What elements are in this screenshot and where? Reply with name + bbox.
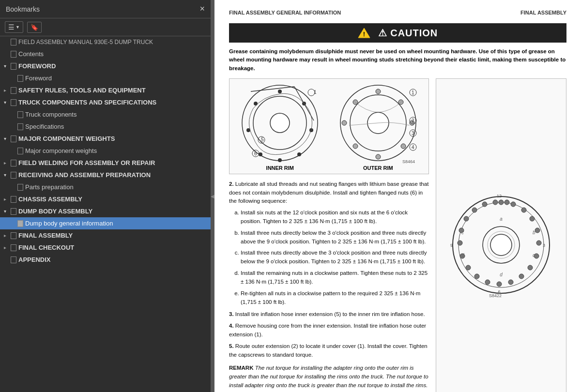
bookmark-flag-icon <box>11 136 16 142</box>
sidebar-item-foreword-child[interactable]: Foreword <box>0 72 211 84</box>
header-right: FINAL ASSEMBLY <box>520 10 566 15</box>
sidebar-item-label: Major component weights <box>25 147 97 154</box>
sidebar-item-specifications-child[interactable]: Specifications <box>0 121 211 133</box>
bookmark-flag-icon <box>11 244 16 251</box>
svg-text:b: b <box>533 230 535 235</box>
svg-point-65 <box>482 202 487 207</box>
caution-triangle-icon: ! <box>358 27 370 39</box>
svg-point-9 <box>297 152 301 156</box>
inner-rim-label: INNER RIM <box>266 165 294 171</box>
sidebar-item-major-weights-child[interactable]: Major component weights <box>0 145 211 157</box>
sidebar-item-major-weights-group[interactable]: ▾ MAJOR COMPONENT WEIGHTS <box>0 133 211 145</box>
sidebar-header: Bookmarks × <box>0 0 211 18</box>
sidebar-item-label: RECEIVING AND ASSEMBLY PREPARATION <box>18 171 151 179</box>
sidebar-item-label: MAJOR COMPONENT WEIGHTS <box>18 135 115 142</box>
sidebar-item-truck-components-group[interactable]: ▾ TRUCK COMPONENTS AND SPECIFICATIONS <box>0 96 211 108</box>
header-left: FINAL ASSEMBLY GENERAL INFORMATION <box>229 10 341 15</box>
sidebar-item-label: CHASSIS ASSEMBLY <box>18 196 82 203</box>
svg-point-51 <box>536 241 541 245</box>
sidebar-item-contents[interactable]: Contents <box>0 48 211 60</box>
sidebar-item-truck-components-child[interactable]: Truck components <box>0 108 211 121</box>
sidebar-item-label: FIELD ASSEMBLY MANUAL 930E-5 DUMP TRUCK <box>18 39 153 45</box>
sidebar-close-button[interactable]: × <box>199 4 205 14</box>
step2-text: 2. Lubricate all stud threads and nut se… <box>229 180 429 392</box>
svg-text:6: 6 <box>254 151 257 156</box>
svg-text:d: d <box>461 253 464 258</box>
sidebar-item-chassis[interactable]: ▸ CHASSIS ASSEMBLY <box>0 193 211 205</box>
expand-arrow-checkout: ▸ <box>4 245 11 250</box>
bookmark-flag-icon <box>17 111 23 118</box>
svg-text:c: c <box>533 253 535 258</box>
sidebar-item-parts-prep[interactable]: Parts preparation <box>0 181 211 193</box>
svg-point-10 <box>278 158 282 162</box>
svg-point-24 <box>376 89 381 94</box>
bookmark-flag-icon <box>17 75 23 82</box>
bookmark-flag-icon <box>11 160 16 166</box>
sidebar: Bookmarks × ☰ ▼ 🔖 FIELD ASSEMBLY MANUAL … <box>0 0 211 392</box>
list-dropdown-arrow: ▼ <box>15 25 20 30</box>
svg-point-47 <box>511 202 516 207</box>
svg-text:c: c <box>461 230 464 235</box>
bookmark-flag-icon <box>11 87 16 94</box>
svg-point-49 <box>530 216 535 221</box>
svg-point-66 <box>505 200 509 205</box>
bookmark-view-button[interactable]: 🔖 <box>27 22 42 33</box>
svg-point-63 <box>464 216 469 221</box>
svg-text:d: d <box>500 272 503 277</box>
step5: 5. Route outer extension (2) to locate i… <box>229 342 429 360</box>
sidebar-item-safety[interactable]: ▸ SAFETY RULES, TOOLS AND EQUIPMENT <box>0 84 211 96</box>
sidebar-item-field-welding[interactable]: ▸ FIELD WELDING FOR ASSEMBLY OR REPAIR <box>0 157 211 169</box>
bookmark-flag-icon <box>11 232 16 239</box>
svg-text:1: 1 <box>412 90 414 95</box>
step3: 3. Install tire inflation hose inner ext… <box>229 310 429 319</box>
sidebar-item-label: TRUCK COMPONENTS AND SPECIFICATIONS <box>18 99 156 106</box>
resize-handle[interactable] <box>211 0 214 392</box>
outer-rim-diagram: 1 4 2 3 S8464 <box>335 82 422 164</box>
expand-arrow-chassis: ▸ <box>4 196 11 202</box>
remark1: REMARK The nut torque for installing the… <box>229 364 429 390</box>
sidebar-item-foreword[interactable]: ▾ FOREWORD <box>0 60 211 72</box>
expand-arrow-welding: ▸ <box>4 160 11 166</box>
svg-point-59 <box>466 265 471 270</box>
sidebar-item-label: Parts preparation <box>25 183 74 191</box>
bookmark-flag-icon <box>11 208 16 215</box>
sidebar-toolbar: ☰ ▼ 🔖 <box>0 18 211 36</box>
main-content: FINAL ASSEMBLY GENERAL INFORMATION FINAL… <box>214 0 581 392</box>
svg-text:12: 12 <box>497 194 502 198</box>
list-view-button[interactable]: ☰ ▼ <box>5 21 23 33</box>
svg-text:a: a <box>500 216 503 222</box>
substep-b: Install three nuts directly below the 3 … <box>241 229 429 246</box>
sidebar-item-label: SAFETY RULES, TOOLS AND EQUIPMENT <box>18 87 146 94</box>
sidebar-item-receiving[interactable]: ▾ RECEIVING AND ASSEMBLY PREPARATION <box>0 169 211 181</box>
sidebar-item-label: Specifications <box>25 123 64 130</box>
bookmark-flag-icon <box>11 256 16 263</box>
sidebar-item-dump-body-assembly[interactable]: ▾ DUMP BODY ASSEMBLY <box>0 205 211 217</box>
page-header: FINAL ASSEMBLY GENERAL INFORMATION FINAL… <box>229 10 566 15</box>
svg-text:3: 3 <box>412 131 414 136</box>
expand-arrow-safety: ▸ <box>4 88 11 93</box>
bookmark-icon: 🔖 <box>31 24 38 31</box>
sidebar-item-field-assembly[interactable]: FIELD ASSEMBLY MANUAL 930E-5 DUMP TRUCK <box>0 36 211 48</box>
sidebar-item-label: APPENDIX <box>18 256 50 263</box>
expand-arrow-truck: ▾ <box>4 100 11 105</box>
svg-point-58 <box>474 274 479 279</box>
sidebar-content[interactable]: FIELD ASSEMBLY MANUAL 930E-5 DUMP TRUCK … <box>0 36 211 392</box>
svg-point-48 <box>521 208 526 212</box>
substep-d: Install the remaining nuts in a clockwis… <box>241 269 429 286</box>
svg-point-55 <box>508 280 513 285</box>
bookmark-flag-icon <box>17 123 23 130</box>
expand-arrow-major: ▾ <box>4 136 11 141</box>
sidebar-item-label: Truck components <box>25 111 76 118</box>
svg-text:9: 9 <box>450 243 453 248</box>
svg-text:4: 4 <box>412 145 414 150</box>
svg-point-27 <box>401 144 406 149</box>
sidebar-item-final-assembly[interactable]: ▸ FINAL ASSEMBLY <box>0 229 211 241</box>
sidebar-item-label: Contents <box>18 50 44 58</box>
sidebar-item-appendix[interactable]: APPENDIX <box>0 254 211 266</box>
sidebar-item-final-checkout[interactable]: ▸ FINAL CHECKOUT <box>0 241 211 254</box>
expand-arrow-receiving: ▾ <box>4 172 11 178</box>
svg-point-30 <box>342 121 347 125</box>
svg-point-45 <box>490 234 512 256</box>
sidebar-item-dump-body-general[interactable]: Dump body general information <box>0 217 211 229</box>
svg-point-54 <box>519 274 524 279</box>
